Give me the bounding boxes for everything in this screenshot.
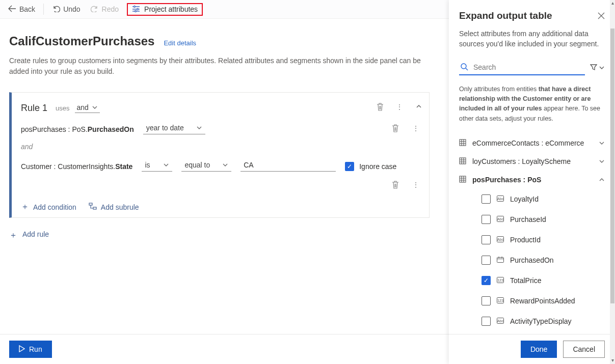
attribute-item[interactable]: AbcProductId	[459, 230, 605, 250]
cond1-attribute: posPurchases : PoS.PurchasedOn	[21, 125, 134, 133]
undo-button[interactable]: Undo	[50, 5, 82, 14]
rule-combiner-select[interactable]: and	[75, 103, 100, 113]
search-icon	[460, 63, 468, 72]
project-attributes-button[interactable]: Project attributes	[127, 3, 203, 16]
svg-point-6	[461, 64, 466, 69]
svg-point-0	[134, 6, 136, 7]
entity-row-pos[interactable]: posPurchases : PoS	[459, 171, 605, 189]
datatype-icon: Abc	[497, 215, 504, 223]
rule-more-button[interactable]: ⋮	[396, 103, 404, 113]
rule-title: Rule 1	[21, 103, 47, 114]
attribute-checkbox[interactable]	[482, 235, 491, 244]
panel-footer: Done Cancel	[449, 334, 615, 364]
cond2-operator-select[interactable]: equal to	[181, 161, 231, 172]
attribute-item[interactable]: AbcPurchaseId	[459, 209, 605, 230]
attribute-checkbox[interactable]	[482, 276, 491, 285]
entity-row-loyalty[interactable]: loyCustomers : LoyaltyScheme	[459, 152, 605, 171]
vertical-scrollbar[interactable]: ▴ ▾	[610, 0, 615, 364]
attribute-label: TotalPrice	[510, 276, 541, 285]
condition-row-1: posPurchases : PoS.PurchasedOn year to d…	[21, 124, 420, 134]
chevron-down-icon	[599, 158, 605, 164]
cond2-is-label: is	[145, 161, 150, 169]
attribute-item[interactable]: 123TotalPrice	[459, 270, 605, 291]
panel-description: Select attributes from any additional da…	[459, 29, 605, 49]
svg-rect-7	[460, 139, 466, 146]
panel-cancel-button[interactable]: Cancel	[563, 341, 605, 358]
done-button[interactable]: Done	[521, 341, 557, 358]
cond2-value-input[interactable]	[240, 161, 336, 172]
expand-output-panel: Expand output table Select attributes fr…	[449, 0, 615, 364]
scrollbar-up-arrow[interactable]: ▴	[610, 0, 615, 6]
redo-icon	[91, 5, 99, 14]
svg-text:123: 123	[497, 299, 503, 302]
delete-rule-button[interactable]	[377, 103, 384, 113]
attribute-label: ActivityTypeDisplay	[510, 317, 572, 325]
scrollbar-thumb[interactable]	[610, 29, 614, 303]
panel-close-button[interactable]	[598, 12, 605, 21]
attribute-checkbox[interactable]	[482, 317, 491, 326]
svg-rect-9	[460, 176, 466, 182]
cond1-more-button[interactable]: ⋮	[412, 124, 420, 134]
add-rule-button[interactable]: ＋ Add rule	[9, 230, 49, 241]
ignore-case-checkbox[interactable]: Ignore case	[345, 162, 396, 171]
attribute-checkbox[interactable]	[482, 194, 491, 204]
filter-button[interactable]	[590, 64, 605, 72]
run-button[interactable]: Run	[9, 341, 52, 358]
rule-uses-label: uses	[56, 104, 69, 112]
attribute-item[interactable]: AbcActivityTypeDisplay	[459, 311, 605, 331]
chevron-up-icon	[599, 177, 605, 183]
back-button[interactable]: Back	[6, 5, 37, 14]
panel-hint-pre: Only attributes from entities	[459, 86, 539, 93]
attribute-list: eCommerceContacts : eCommerce loyCustome…	[449, 134, 615, 334]
toolbar-separator	[43, 4, 44, 15]
cond1-operator-select[interactable]: year to date	[143, 124, 205, 134]
rule-card: Rule 1 uses and ⋮ posPurchases : PoS.Pur…	[9, 92, 430, 218]
table-icon	[459, 157, 466, 166]
cond2-attr-prefix: Customer : CustomerInsights.	[21, 162, 115, 171]
entity-row-ecommerce[interactable]: eCommerceContacts : eCommerce	[459, 134, 605, 152]
datatype-icon: Abc	[497, 195, 504, 203]
sliders-icon	[132, 5, 140, 14]
svg-rect-4	[93, 207, 96, 209]
undo-label: Undo	[63, 5, 80, 13]
attribute-item[interactable]: AbcLoyaltyId	[459, 189, 605, 209]
svg-rect-8	[460, 158, 466, 164]
rule-combiner-label: and	[77, 103, 89, 111]
edit-details-link[interactable]: Edit details	[164, 39, 196, 47]
cond2-is-select[interactable]: is	[142, 161, 172, 172]
between-conditions-and: and	[21, 143, 420, 151]
svg-text:Abc: Abc	[497, 319, 504, 323]
cond2-operator-label: equal to	[184, 161, 210, 169]
add-rule-label: Add rule	[22, 230, 49, 241]
attribute-checkbox[interactable]	[482, 296, 491, 305]
attribute-label: RewardPointsAdded	[510, 297, 575, 305]
svg-text:Abc: Abc	[497, 217, 504, 221]
attribute-checkbox[interactable]	[482, 256, 491, 265]
search-box[interactable]	[459, 61, 585, 75]
play-icon	[19, 345, 25, 354]
svg-text:Abc: Abc	[497, 197, 504, 201]
entity-label: eCommerceContacts : eCommerce	[472, 139, 593, 147]
plus-icon: ＋	[9, 230, 17, 241]
cond2-more-button[interactable]: ⋮	[412, 181, 420, 190]
collapse-rule-button[interactable]	[416, 103, 422, 113]
page-description: Create rules to group customers into seg…	[9, 55, 432, 77]
delete-cond1-button[interactable]	[392, 124, 399, 134]
attribute-checkbox[interactable]	[482, 215, 491, 224]
attribute-item[interactable]: PurchasedOn	[459, 250, 605, 270]
delete-cond2-button[interactable]	[392, 181, 399, 190]
attribute-item[interactable]: 123RewardPointsAdded	[459, 291, 605, 311]
datatype-icon: 123	[497, 297, 504, 305]
add-subrule-button[interactable]: Add subrule	[89, 202, 139, 212]
scrollbar-down-arrow[interactable]: ▾	[610, 357, 615, 363]
add-subrule-label: Add subrule	[101, 203, 139, 211]
svg-rect-3	[89, 203, 92, 205]
subrule-icon	[89, 203, 97, 211]
add-condition-button[interactable]: ＋ Add condition	[21, 202, 76, 212]
svg-point-2	[135, 10, 137, 12]
attribute-label: PurchaseId	[510, 215, 546, 223]
project-attributes-label: Project attributes	[144, 5, 198, 13]
redo-button[interactable]: Redo	[89, 5, 121, 14]
search-input[interactable]	[473, 63, 584, 71]
table-icon	[459, 139, 466, 148]
